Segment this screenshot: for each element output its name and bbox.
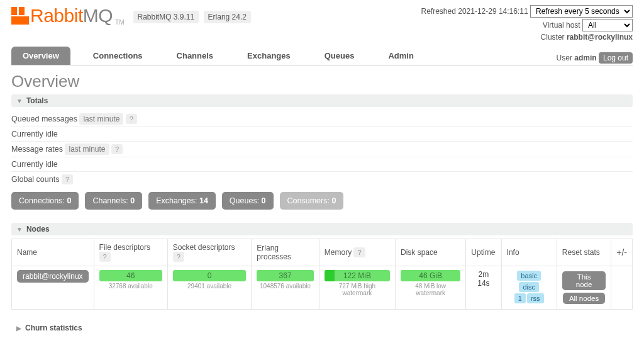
- col-uptime[interactable]: Uptime: [466, 239, 501, 266]
- user-block: User admin Log out: [557, 54, 633, 62]
- tab-exchanges[interactable]: Exchanges: [236, 47, 302, 65]
- queued-idle-text: Currently idle: [11, 127, 633, 142]
- help-icon[interactable]: ?: [111, 144, 123, 154]
- count-channels[interactable]: Channels: 0: [85, 192, 142, 210]
- chevron-right-icon: [16, 325, 21, 332]
- tab-overview[interactable]: Overview: [11, 47, 70, 65]
- tab-connections[interactable]: Connections: [82, 47, 154, 65]
- col-fd[interactable]: File descriptors ?: [94, 239, 167, 266]
- tab-channels[interactable]: Channels: [165, 47, 225, 65]
- info-chip-basic[interactable]: basic: [517, 271, 541, 281]
- help-icon[interactable]: ?: [126, 114, 137, 124]
- table-header-row: Name File descriptors ? Socket descripto…: [12, 239, 633, 266]
- global-counts-label: Global counts: [11, 175, 59, 184]
- reset-cell: This node All nodes: [557, 266, 611, 310]
- erlang-version-chip: Erlang 24.2: [204, 11, 251, 23]
- fd-bar: 46: [99, 270, 162, 281]
- node-name-badge[interactable]: rabbit@rockylinux: [17, 270, 89, 283]
- ep-bar: 367: [257, 270, 313, 281]
- rabbitmq-icon: [11, 7, 29, 25]
- section-totals-header[interactable]: Totals: [11, 94, 633, 107]
- rabbitmq-version-chip: RabbitMQ 3.9.11: [133, 11, 199, 23]
- page-title: Overview: [11, 72, 633, 91]
- col-mem[interactable]: Memory ?: [319, 239, 395, 266]
- section-churn-header[interactable]: Churn statistics: [11, 322, 633, 334]
- status-block: Refreshed 2021-12-29 14:16:11 Refresh ev…: [421, 5, 633, 43]
- mem-sub: 727 MiB high watermark: [325, 283, 390, 296]
- header: RabbitMQ TM RabbitMQ 3.9.11 Erlang 24.2 …: [11, 5, 633, 43]
- refresh-interval-select[interactable]: Refresh every 5 seconds: [530, 5, 633, 18]
- vhost-select[interactable]: All: [582, 19, 633, 31]
- period-chip-queued[interactable]: last minute: [79, 113, 123, 125]
- ep-sub: 1048576 available: [257, 283, 313, 290]
- refreshed-label: Refreshed: [421, 7, 456, 16]
- fd-sub: 32768 available: [99, 283, 162, 290]
- global-counts: Connections: 0 Channels: 0 Exchanges: 14…: [11, 192, 633, 210]
- nodes-table: Name File descriptors ? Socket descripto…: [11, 239, 633, 310]
- user-value: admin: [574, 54, 596, 62]
- section-totals-title: Totals: [26, 96, 48, 105]
- table-row: rabbit@rockylinux 46 32768 available 0 2…: [12, 266, 633, 310]
- chevron-down-icon: [16, 98, 23, 104]
- section-nodes-title: Nodes: [26, 225, 50, 234]
- help-icon[interactable]: ?: [173, 252, 184, 262]
- vhost-label: Virtual host: [543, 21, 580, 30]
- logo[interactable]: RabbitMQ TM: [11, 5, 125, 26]
- chevron-down-icon: [16, 226, 23, 233]
- count-queues[interactable]: Queues: 0: [222, 192, 274, 210]
- section-churn-title: Churn statistics: [25, 324, 82, 332]
- reset-this-node-button[interactable]: This node: [562, 271, 606, 290]
- cluster-label: Cluster: [541, 33, 565, 42]
- user-label: User: [557, 54, 572, 62]
- columns-toggle-button[interactable]: +/-: [611, 239, 633, 266]
- sd-sub: 29401 available: [173, 283, 247, 290]
- info-chip-1[interactable]: 1: [514, 293, 526, 303]
- col-name[interactable]: Name: [12, 239, 94, 266]
- col-reset[interactable]: Reset stats: [557, 239, 611, 266]
- refreshed-time: 2021-12-29 14:16:11: [458, 7, 528, 16]
- cluster-value: rabbit@rockylinux: [567, 33, 633, 42]
- col-info[interactable]: Info: [501, 239, 557, 266]
- disk-sub: 48 MiB low watermark: [401, 283, 460, 296]
- reset-all-nodes-button[interactable]: All nodes: [563, 293, 605, 304]
- rates-idle-text: Currently idle: [11, 157, 633, 172]
- help-icon[interactable]: ?: [62, 174, 73, 184]
- message-rates-label: Message rates: [11, 145, 63, 154]
- mem-bar: 122 MiB: [325, 270, 390, 281]
- tab-queues[interactable]: Queues: [313, 47, 366, 65]
- period-chip-rates[interactable]: last minute: [65, 144, 109, 155]
- col-ep[interactable]: Erlang processes: [252, 239, 319, 266]
- sd-bar: 0: [173, 270, 247, 281]
- disk-bar: 46 GiB: [401, 270, 460, 281]
- section-nodes-header[interactable]: Nodes: [11, 223, 633, 235]
- count-exchanges[interactable]: Exchanges: 14: [148, 192, 216, 210]
- logout-button[interactable]: Log out: [599, 52, 633, 64]
- main-tabs: Overview Connections Channels Exchanges …: [11, 47, 633, 65]
- info-chip-rss[interactable]: rss: [527, 293, 544, 303]
- count-consumers[interactable]: Consumers: 0: [280, 192, 344, 210]
- version-chips: RabbitMQ 3.9.11 Erlang 24.2: [133, 13, 253, 21]
- info-cell: basicdisc 1rss: [501, 266, 557, 310]
- logo-text: RabbitMQ: [30, 5, 113, 26]
- section-totals-body: Queued messages last minute ? Currently …: [11, 110, 633, 220]
- help-icon[interactable]: ?: [99, 252, 111, 262]
- info-chip-disc[interactable]: disc: [519, 282, 539, 292]
- queued-messages-label: Queued messages: [11, 115, 77, 123]
- col-sd[interactable]: Socket descriptors ?: [167, 239, 252, 266]
- tab-admin[interactable]: Admin: [377, 47, 425, 65]
- col-disk[interactable]: Disk space: [396, 239, 466, 266]
- uptime-cell: 2m 14s: [466, 266, 501, 310]
- count-connections[interactable]: Connections: 0: [11, 192, 79, 210]
- help-icon[interactable]: ?: [353, 247, 365, 257]
- trademark: TM: [115, 19, 124, 26]
